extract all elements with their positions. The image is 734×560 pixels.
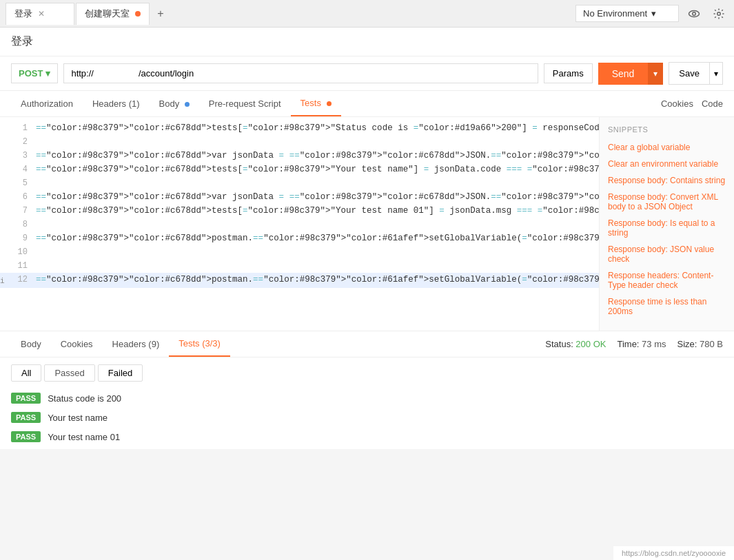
- pass-badge-1: PASS: [11, 412, 41, 423]
- snippet-item-5[interactable]: Response body: JSON value check: [600, 241, 734, 267]
- env-label: No Environment: [583, 8, 647, 19]
- test-filter-bar: All Passed Failed: [0, 357, 734, 386]
- env-chevron-icon: ▾: [651, 8, 656, 19]
- code-line-9: 9=="color:#98c379">"color:#c678dd">postm…: [0, 231, 599, 245]
- test-item-1: PASSYour test name: [11, 408, 723, 427]
- tab-chat-label: 创建聊天室: [85, 8, 130, 20]
- code-line-1: 1=="color:#98c379">"color:#c678dd">tests…: [0, 121, 599, 135]
- method-label: POST: [19, 68, 43, 79]
- resp-tab-cookies[interactable]: Cookies: [51, 332, 103, 356]
- req-tabs-right: Cookies Code: [661, 98, 723, 109]
- settings-icon[interactable]: [709, 4, 728, 23]
- test-name-2: Your test name 01: [48, 432, 120, 442]
- test-item-0: PASSStatus code is 200: [11, 388, 723, 408]
- cookies-link[interactable]: Cookies: [661, 98, 693, 109]
- code-line-2: 2: [0, 135, 599, 149]
- eye-icon[interactable]: [684, 4, 704, 23]
- snippet-item-0[interactable]: Clear a global variable: [600, 139, 734, 156]
- request-tabs: Authorization Headers (1) Body Pre-reque…: [0, 91, 734, 117]
- code-line-10: 10: [0, 245, 599, 259]
- filter-passed-button[interactable]: Passed: [44, 364, 94, 382]
- time-label: Time: 73 ms: [617, 339, 666, 349]
- svg-point-2: [717, 12, 721, 15]
- response-status-bar: Status: 200 OK Time: 73 ms Size: 780 B: [545, 339, 723, 349]
- method-select[interactable]: POST ▾: [11, 63, 58, 83]
- footer-url: https://blog.csdn.net/zyooooxie: [613, 546, 734, 560]
- resp-tab-headers[interactable]: Headers (9): [103, 332, 170, 356]
- send-button[interactable]: Send: [598, 63, 649, 85]
- code-link[interactable]: Code: [702, 98, 723, 109]
- code-line-8: 8: [0, 218, 599, 231]
- snippets-title: SNIPPETS: [600, 123, 734, 139]
- body-dot-indicator: [185, 102, 190, 107]
- environment-select[interactable]: No Environment ▾: [575, 5, 679, 22]
- url-bar: POST ▾ Params Send ▾ Save ▾: [0, 56, 734, 91]
- send-group: Send ▾: [598, 63, 664, 85]
- pass-badge-0: PASS: [11, 393, 41, 404]
- tab-tests[interactable]: Tests: [291, 91, 341, 116]
- filter-all-button[interactable]: All: [11, 364, 41, 382]
- code-line-3: 3=="color:#98c379">"color:#c678dd">var j…: [0, 149, 599, 163]
- size-value: 780 B: [700, 339, 723, 349]
- snippet-item-6[interactable]: Response headers: Content-Type header ch…: [600, 267, 734, 293]
- main-area: 1=="color:#98c379">"color:#c678dd">tests…: [0, 117, 734, 331]
- send-dropdown-button[interactable]: ▾: [648, 63, 663, 85]
- code-line-6: 6=="color:#98c379">"color:#c678dd">var j…: [0, 190, 599, 204]
- method-chevron-icon: ▾: [45, 68, 50, 79]
- snippet-item-3[interactable]: Response body: Convert XML body to a JSO…: [600, 189, 734, 215]
- snippet-item-4[interactable]: Response body: Is equal to a string: [600, 215, 734, 241]
- code-editor[interactable]: 1=="color:#98c379">"color:#c678dd">tests…: [0, 117, 600, 331]
- code-line-12: i12=="color:#98c379">"color:#c678dd">pos…: [0, 273, 599, 288]
- params-button[interactable]: Params: [544, 63, 593, 83]
- code-line-7: 7=="color:#98c379">"color:#c678dd">tests…: [0, 204, 599, 218]
- status-label: Status: 200 OK: [545, 339, 606, 349]
- pass-badge-2: PASS: [11, 431, 41, 442]
- tab-prerequest[interactable]: Pre-request Script: [199, 92, 291, 116]
- tab-login-label: 登录: [14, 8, 32, 20]
- size-label: Size: 780 B: [677, 339, 724, 349]
- svg-point-0: [689, 10, 700, 17]
- tab-dot-indicator: [135, 11, 141, 17]
- tab-close-icon[interactable]: ✕: [38, 9, 45, 19]
- snippet-item-2[interactable]: Response body: Contains string: [600, 172, 734, 189]
- url-input[interactable]: [63, 63, 538, 83]
- resp-tab-tests[interactable]: Tests (3/3): [169, 331, 230, 357]
- test-name-1: Your test name: [48, 413, 108, 423]
- time-value: 73 ms: [642, 339, 666, 349]
- response-section: Body Cookies Headers (9) Tests (3/3) Sta…: [0, 331, 734, 449]
- tab-bar-right: No Environment ▾: [575, 4, 728, 23]
- request-title: 登录: [0, 28, 734, 56]
- code-line-5: 5: [0, 176, 599, 190]
- svg-point-1: [693, 12, 696, 15]
- status-value: 200 OK: [575, 339, 606, 349]
- tab-body[interactable]: Body: [150, 92, 199, 116]
- response-tabs: Body Cookies Headers (9) Tests (3/3) Sta…: [0, 331, 734, 357]
- tests-dot-indicator: [327, 101, 332, 106]
- filter-failed-button[interactable]: Failed: [98, 364, 143, 382]
- save-button[interactable]: Save: [669, 62, 710, 85]
- tab-chat[interactable]: 创建聊天室: [76, 3, 150, 25]
- tab-bar: 登录 ✕ 创建聊天室 + No Environment ▾: [0, 0, 734, 28]
- tab-authorization[interactable]: Authorization: [11, 92, 83, 116]
- test-item-2: PASSYour test name 01: [11, 427, 723, 446]
- snippet-item-7[interactable]: Response time is less than 200ms: [600, 293, 734, 320]
- tab-add-button[interactable]: +: [151, 4, 170, 23]
- code-line-11: 11: [0, 259, 599, 273]
- snippet-item-1[interactable]: Clear an environment variable: [600, 156, 734, 172]
- code-line-4: 4=="color:#98c379">"color:#c678dd">tests…: [0, 163, 599, 176]
- tab-login[interactable]: 登录 ✕: [6, 3, 74, 25]
- save-dropdown-button[interactable]: ▾: [710, 62, 723, 85]
- save-group: Save ▾: [669, 62, 723, 85]
- tab-headers[interactable]: Headers (1): [83, 92, 150, 116]
- test-results: PASSStatus code is 200PASSYour test name…: [0, 386, 734, 449]
- snippets-panel: SNIPPETS Clear a global variableClear an…: [600, 117, 734, 331]
- resp-tab-body[interactable]: Body: [11, 332, 51, 356]
- test-name-0: Status code is 200: [48, 393, 121, 404]
